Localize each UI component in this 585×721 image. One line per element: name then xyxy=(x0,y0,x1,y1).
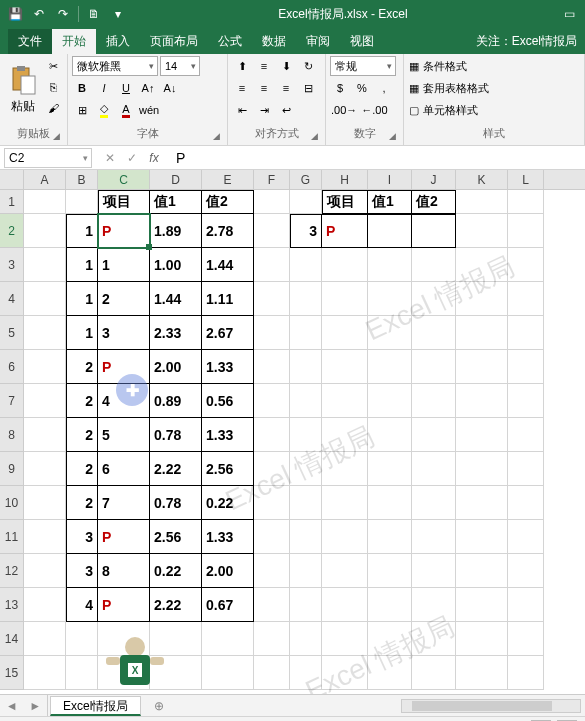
cell-B11[interactable]: 3 xyxy=(66,520,98,554)
align-left-icon[interactable]: ≡ xyxy=(232,78,252,98)
sheet-prev-icon[interactable]: ◄ xyxy=(6,699,18,713)
row-header-13[interactable]: 13 xyxy=(0,588,23,622)
cell-G11[interactable] xyxy=(290,520,322,554)
cell-style-button[interactable]: ▢单元格样式 xyxy=(408,100,580,120)
cell-L11[interactable] xyxy=(508,520,544,554)
cell-F11[interactable] xyxy=(254,520,290,554)
cell-K9[interactable] xyxy=(456,452,508,486)
cell-K8[interactable] xyxy=(456,418,508,452)
cell-E12[interactable]: 2.00 xyxy=(202,554,254,588)
cell-K7[interactable] xyxy=(456,384,508,418)
font-color-icon[interactable]: A xyxy=(116,100,136,120)
cell-E15[interactable] xyxy=(202,656,254,690)
cell-F15[interactable] xyxy=(254,656,290,690)
cell-I15[interactable] xyxy=(368,656,412,690)
font-size-combo[interactable]: 14 xyxy=(160,56,200,76)
decrease-indent-icon[interactable]: ⇤ xyxy=(232,100,252,120)
cell-B8[interactable]: 2 xyxy=(66,418,98,452)
cell-L15[interactable] xyxy=(508,656,544,690)
cell-C8[interactable]: 5 xyxy=(98,418,150,452)
cell-B12[interactable]: 3 xyxy=(66,554,98,588)
tab-data[interactable]: 数据 xyxy=(252,29,296,54)
enter-icon[interactable]: ✓ xyxy=(122,151,142,165)
cell-H15[interactable] xyxy=(322,656,368,690)
tab-insert[interactable]: 插入 xyxy=(96,29,140,54)
cell-E14[interactable] xyxy=(202,622,254,656)
cell-F2[interactable] xyxy=(254,214,290,248)
cell-K14[interactable] xyxy=(456,622,508,656)
cell-D12[interactable]: 0.22 xyxy=(150,554,202,588)
currency-icon[interactable]: $ xyxy=(330,78,350,98)
number-format-combo[interactable]: 常规 xyxy=(330,56,396,76)
cell-H6[interactable] xyxy=(322,350,368,384)
cell-A5[interactable] xyxy=(24,316,66,350)
cell-H13[interactable] xyxy=(322,588,368,622)
decrease-font-icon[interactable]: A↓ xyxy=(160,78,180,98)
cell-E6[interactable]: 1.33 xyxy=(202,350,254,384)
cell-H7[interactable] xyxy=(322,384,368,418)
print-preview-icon[interactable]: 🗎 xyxy=(83,3,105,25)
cell-B4[interactable]: 1 xyxy=(66,282,98,316)
paste-button[interactable]: 粘贴 xyxy=(4,56,41,122)
tab-file[interactable]: 文件 xyxy=(8,29,52,54)
cell-L3[interactable] xyxy=(508,248,544,282)
cell-A10[interactable] xyxy=(24,486,66,520)
cell-F4[interactable] xyxy=(254,282,290,316)
font-launcher-icon[interactable]: ◢ xyxy=(213,131,225,143)
name-box[interactable]: C2 xyxy=(4,148,92,168)
cell-J14[interactable] xyxy=(412,622,456,656)
formula-input[interactable]: P xyxy=(168,150,585,166)
cell-C1[interactable]: 项目 xyxy=(98,190,150,214)
cell-H1[interactable]: 项目 xyxy=(322,190,368,214)
cell-I10[interactable] xyxy=(368,486,412,520)
cell-G13[interactable] xyxy=(290,588,322,622)
cell-G14[interactable] xyxy=(290,622,322,656)
add-sheet-icon[interactable]: ⊕ xyxy=(147,694,171,718)
cell-I7[interactable] xyxy=(368,384,412,418)
row-header-7[interactable]: 7 xyxy=(0,384,23,418)
cell-I6[interactable] xyxy=(368,350,412,384)
row-header-12[interactable]: 12 xyxy=(0,554,23,588)
cell-C9[interactable]: 6 xyxy=(98,452,150,486)
comma-icon[interactable]: , xyxy=(374,78,394,98)
col-header-K[interactable]: K xyxy=(456,170,508,189)
cell-I8[interactable] xyxy=(368,418,412,452)
tab-review[interactable]: 审阅 xyxy=(296,29,340,54)
cell-A1[interactable] xyxy=(24,190,66,214)
cell-C2[interactable]: P xyxy=(98,214,150,248)
cell-G8[interactable] xyxy=(290,418,322,452)
bold-button[interactable]: B xyxy=(72,78,92,98)
cell-L14[interactable] xyxy=(508,622,544,656)
decrease-decimal-icon[interactable]: ←.00 xyxy=(360,100,388,120)
cell-I9[interactable] xyxy=(368,452,412,486)
cell-F14[interactable] xyxy=(254,622,290,656)
cell-I4[interactable] xyxy=(368,282,412,316)
redo-icon[interactable]: ↷ xyxy=(52,3,74,25)
cell-L5[interactable] xyxy=(508,316,544,350)
cell-L9[interactable] xyxy=(508,452,544,486)
cell-K15[interactable] xyxy=(456,656,508,690)
cell-C11[interactable]: P xyxy=(98,520,150,554)
cell-J7[interactable] xyxy=(412,384,456,418)
cell-C3[interactable]: 1 xyxy=(98,248,150,282)
cell-F6[interactable] xyxy=(254,350,290,384)
cell-E11[interactable]: 1.33 xyxy=(202,520,254,554)
cell-D8[interactable]: 0.78 xyxy=(150,418,202,452)
cell-G10[interactable] xyxy=(290,486,322,520)
cell-F1[interactable] xyxy=(254,190,290,214)
cell-D13[interactable]: 2.22 xyxy=(150,588,202,622)
cell-H3[interactable] xyxy=(322,248,368,282)
cell-L13[interactable] xyxy=(508,588,544,622)
cell-C13[interactable]: P xyxy=(98,588,150,622)
cell-I11[interactable] xyxy=(368,520,412,554)
save-icon[interactable]: 💾 xyxy=(4,3,26,25)
cell-J15[interactable] xyxy=(412,656,456,690)
cell-G2[interactable]: 3 xyxy=(290,214,322,248)
cell-L12[interactable] xyxy=(508,554,544,588)
cell-L4[interactable] xyxy=(508,282,544,316)
cell-F9[interactable] xyxy=(254,452,290,486)
cell-J5[interactable] xyxy=(412,316,456,350)
cell-D5[interactable]: 2.33 xyxy=(150,316,202,350)
undo-icon[interactable]: ↶ xyxy=(28,3,50,25)
cell-D2[interactable]: 1.89 xyxy=(150,214,202,248)
